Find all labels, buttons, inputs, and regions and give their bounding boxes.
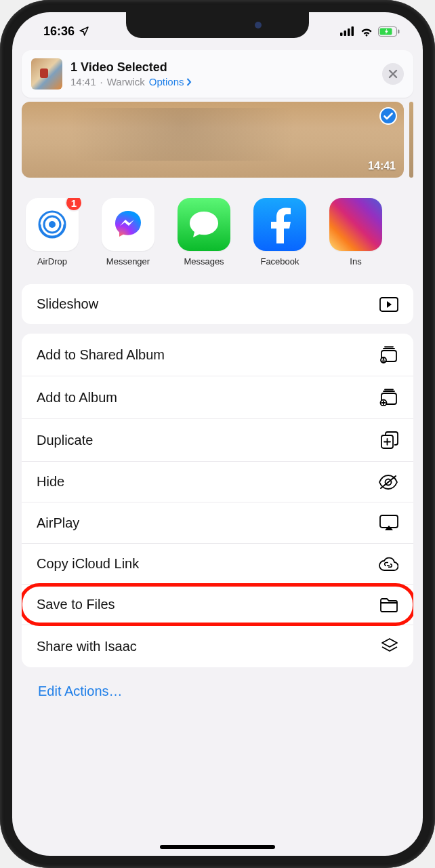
options-link[interactable]: Options xyxy=(149,76,192,87)
chevron-right-icon xyxy=(186,78,192,86)
svg-rect-3 xyxy=(352,26,354,36)
edit-actions-link[interactable]: Edit Actions… xyxy=(22,671,413,711)
preview-duration: 14:41 xyxy=(368,160,396,172)
action-share-with-isaac[interactable]: Share with Isaac xyxy=(22,625,413,667)
battery-icon xyxy=(378,26,400,37)
preview-next[interactable] xyxy=(409,102,413,178)
action-group-1: Slideshow xyxy=(22,284,413,324)
selected-check-icon xyxy=(379,107,397,125)
svg-rect-6 xyxy=(398,29,400,33)
hide-icon xyxy=(378,475,398,490)
duplicate-icon xyxy=(381,431,398,449)
share-apps-row[interactable]: 1 AirDrop Messenger Messages xyxy=(22,198,413,267)
album-plus-icon xyxy=(379,389,398,406)
header-sub-location: Warwick xyxy=(107,76,145,87)
close-button[interactable] xyxy=(382,63,404,85)
header-thumbnail xyxy=(31,58,62,90)
share-header: 1 Video Selected 14:41 · Warwick Options xyxy=(22,50,413,98)
preview-row[interactable]: 14:41 xyxy=(22,102,413,178)
home-indicator[interactable] xyxy=(160,845,275,849)
airdrop-icon xyxy=(33,205,71,243)
action-duplicate[interactable]: Duplicate xyxy=(22,418,413,461)
svg-rect-1 xyxy=(344,31,347,36)
header-sub-time: 14:41 xyxy=(70,76,96,87)
facebook-icon xyxy=(268,205,292,243)
svg-point-13 xyxy=(383,358,385,360)
shared-album-icon xyxy=(379,346,398,363)
location-icon xyxy=(79,26,89,37)
preview-item[interactable]: 14:41 xyxy=(22,102,404,178)
messages-icon xyxy=(187,209,221,240)
app-instagram[interactable]: Ins xyxy=(329,198,382,267)
action-hide[interactable]: Hide xyxy=(22,461,413,502)
folder-icon xyxy=(379,597,398,612)
action-airplay[interactable]: AirPlay xyxy=(22,502,413,543)
svg-rect-0 xyxy=(340,33,343,36)
app-facebook[interactable]: Facebook xyxy=(253,198,306,267)
app-messages[interactable]: Messages xyxy=(178,198,230,267)
app-airdrop[interactable]: 1 AirDrop xyxy=(26,198,79,267)
airplay-icon xyxy=(379,515,398,531)
stack-icon xyxy=(381,637,398,655)
cellular-icon xyxy=(340,26,355,36)
action-copy-icloud-link[interactable]: Copy iCloud Link xyxy=(22,543,413,584)
close-icon xyxy=(388,69,398,79)
status-time: 16:36 xyxy=(43,24,75,39)
svg-point-7 xyxy=(49,221,56,228)
app-messenger[interactable]: Messenger xyxy=(102,198,154,267)
badge: 1 xyxy=(65,198,83,212)
cloud-link-icon xyxy=(378,557,398,572)
action-slideshow[interactable]: Slideshow xyxy=(22,284,413,324)
header-title: 1 Video Selected xyxy=(70,60,374,75)
action-save-to-files[interactable]: Save to Files xyxy=(22,584,413,625)
svg-rect-2 xyxy=(348,28,350,36)
play-rect-icon xyxy=(379,297,398,312)
wifi-icon xyxy=(359,26,374,37)
messenger-icon xyxy=(109,205,147,243)
action-group-2: Add to Shared Album Add to Album Duplica… xyxy=(22,334,413,667)
action-add-album[interactable]: Add to Album xyxy=(22,376,413,418)
action-add-shared-album[interactable]: Add to Shared Album xyxy=(22,334,413,376)
